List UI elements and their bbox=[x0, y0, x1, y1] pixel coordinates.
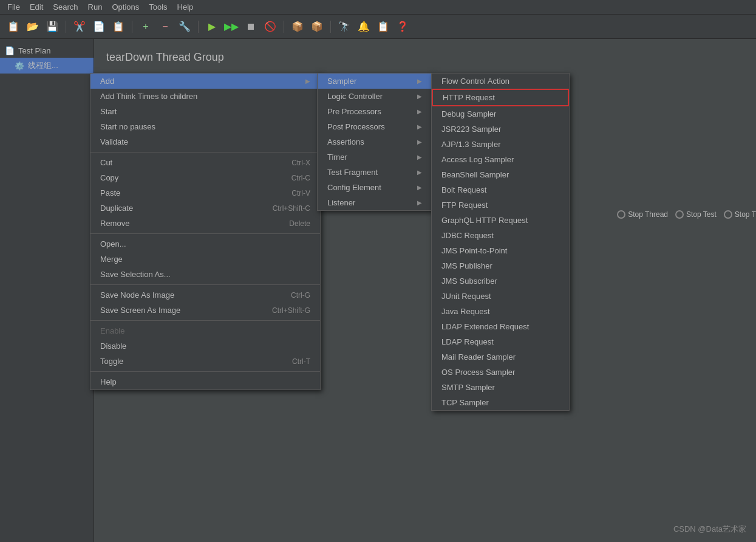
ctx-save-screen-image[interactable]: Save Screen As Image Ctrl+Shift-G bbox=[90, 303, 320, 318]
ctx-open[interactable]: Open... bbox=[90, 236, 320, 252]
toolbar-copy[interactable]: 📄 bbox=[90, 18, 107, 35]
ctx-pre-processors[interactable]: Pre Processors ▶ bbox=[318, 104, 432, 119]
ctx-sep-4 bbox=[90, 320, 320, 321]
ctx-java-request[interactable]: Java Request bbox=[432, 304, 569, 319]
ctx-toggle[interactable]: Toggle Ctrl-T bbox=[90, 354, 320, 369]
toolbar-new[interactable]: 📋 bbox=[5, 18, 22, 35]
ctx-sep-1 bbox=[90, 152, 320, 153]
toolbar-stop[interactable]: ⏹ bbox=[242, 18, 259, 35]
menu-options[interactable]: Options bbox=[107, 1, 144, 13]
ctx-debug-sampler[interactable]: Debug Sampler bbox=[432, 106, 569, 122]
ctx-disable[interactable]: Disable bbox=[90, 338, 320, 354]
ctx-jdbc-request[interactable]: JDBC Request bbox=[432, 228, 569, 243]
toolbar-remove[interactable]: − bbox=[157, 18, 174, 35]
ctx-duplicate[interactable]: Duplicate Ctrl+Shift-C bbox=[90, 201, 320, 216]
tree-thread-group[interactable]: ⚙️ 线程组... bbox=[0, 58, 94, 74]
radio-stop-test[interactable]: Stop Test bbox=[675, 210, 717, 219]
ctx-jsr223-sampler[interactable]: JSR223 Sampler bbox=[432, 122, 569, 137]
menu-search[interactable]: Search bbox=[48, 1, 83, 13]
ctx-debug-sampler-label: Debug Sampler bbox=[441, 109, 496, 118]
ctx-flow-control-action[interactable]: Flow Control Action bbox=[432, 74, 569, 89]
ctx-start[interactable]: Start bbox=[90, 104, 320, 119]
ctx-tcp-sampler[interactable]: TCP Sampler bbox=[432, 395, 569, 410]
ctx-paste[interactable]: Paste Ctrl-V bbox=[90, 185, 320, 201]
ctx-junit-request[interactable]: JUnit Request bbox=[432, 289, 569, 304]
ctx-mail-reader[interactable]: Mail Reader Sampler bbox=[432, 349, 569, 365]
ctx-smtp-sampler[interactable]: SMTP Sampler bbox=[432, 380, 569, 395]
ctx-mail-reader-label: Mail Reader Sampler bbox=[441, 352, 516, 362]
toolbar-search[interactable]: 🔭 bbox=[336, 18, 353, 35]
ctx-os-process[interactable]: OS Process Sampler bbox=[432, 365, 569, 380]
toolbar-run[interactable]: ▶ bbox=[203, 18, 220, 35]
toolbar-remote[interactable]: 📋 bbox=[375, 18, 392, 35]
ctx-merge[interactable]: Merge bbox=[90, 252, 320, 267]
ctx-open-label: Open... bbox=[100, 239, 126, 249]
radio-stop-thread[interactable]: Stop Thread bbox=[617, 210, 668, 219]
ctx-http-request[interactable]: HTTP Request bbox=[432, 89, 569, 106]
ctx-add-think-times[interactable]: Add Think Times to children bbox=[90, 89, 320, 104]
ctx-ldap-extended[interactable]: LDAP Extended Request bbox=[432, 319, 569, 334]
ctx-timer[interactable]: Timer ▶ bbox=[318, 149, 432, 165]
ctx-jms-publisher[interactable]: JMS Publisher bbox=[432, 258, 569, 273]
toolbar-settings[interactable]: 🔧 bbox=[176, 18, 193, 35]
menu-file[interactable]: File bbox=[2, 1, 25, 13]
ctx-save-selection-as[interactable]: Save Selection As... bbox=[90, 267, 320, 282]
ctx-beanshell-sampler[interactable]: BeanShell Sampler bbox=[432, 167, 569, 182]
ctx-jms-subscriber[interactable]: JMS Subscriber bbox=[432, 273, 569, 289]
ctx-graphql-request-label: GraphQL HTTP Request bbox=[441, 216, 528, 225]
ctx-remove[interactable]: Remove Delete bbox=[90, 216, 320, 231]
tree-test-plan[interactable]: 📄 Test Plan bbox=[0, 44, 94, 58]
ctx-listener[interactable]: Listener ▶ bbox=[318, 195, 432, 210]
toolbar-cut[interactable]: ✂️ bbox=[71, 18, 88, 35]
ctx-enable-label: Enable bbox=[100, 326, 124, 335]
toolbar-log[interactable]: 🔔 bbox=[355, 18, 372, 35]
menu-run[interactable]: Run bbox=[83, 1, 107, 13]
ctx-java-request-label: Java Request bbox=[441, 307, 490, 316]
thread-group-icon: ⚙️ bbox=[15, 61, 24, 70]
toolbar-paste[interactable]: 📋 bbox=[110, 18, 127, 35]
ctx-ftp-request[interactable]: FTP Request bbox=[432, 197, 569, 213]
ctx-access-log-sampler[interactable]: Access Log Sampler bbox=[432, 152, 569, 167]
ctx-assertions[interactable]: Assertions ▶ bbox=[318, 134, 432, 149]
ctx-ftp-request-label: FTP Request bbox=[441, 201, 488, 210]
toolbar-open[interactable]: 📂 bbox=[24, 18, 41, 35]
menu-edit[interactable]: Edit bbox=[25, 1, 48, 13]
ctx-jms-p2p[interactable]: JMS Point-to-Point bbox=[432, 243, 569, 258]
ctx-jms-p2p-label: JMS Point-to-Point bbox=[441, 246, 507, 255]
toolbar-sep-2 bbox=[132, 21, 132, 33]
ctx-help[interactable]: Help bbox=[90, 374, 320, 389]
ctx-config-element[interactable]: Config Element ▶ bbox=[318, 180, 432, 195]
ctx-jms-publisher-label: JMS Publisher bbox=[441, 261, 492, 270]
toolbar-run-nodebug[interactable]: ▶▶ bbox=[223, 18, 240, 35]
ctx-ldap-request[interactable]: LDAP Request bbox=[432, 334, 569, 349]
ctx-graphql-request[interactable]: GraphQL HTTP Request bbox=[432, 213, 569, 228]
ctx-test-fragment-label: Test Fragment bbox=[327, 168, 378, 177]
ctx-post-processors[interactable]: Post Processors ▶ bbox=[318, 119, 432, 134]
toolbar-templates[interactable]: 📦 bbox=[289, 18, 306, 35]
ctx-cut[interactable]: Cut Ctrl-X bbox=[90, 155, 320, 170]
ctx-start-no-pauses[interactable]: Start no pauses bbox=[90, 119, 320, 134]
ctx-add[interactable]: Add ▶ bbox=[90, 74, 320, 89]
menu-help[interactable]: Help bbox=[172, 1, 199, 13]
toolbar-question[interactable]: ❓ bbox=[394, 18, 411, 35]
toolbar-help[interactable]: 📦 bbox=[308, 18, 325, 35]
ctx-add-arrow: ▶ bbox=[305, 78, 310, 84]
ctx-ajp-sampler-label: AJP/1.3 Sampler bbox=[441, 140, 501, 149]
ctx-bolt-request[interactable]: Bolt Request bbox=[432, 182, 569, 197]
toolbar-add[interactable]: + bbox=[137, 18, 154, 35]
ctx-assertions-arrow: ▶ bbox=[417, 139, 422, 145]
ctx-sampler[interactable]: Sampler ▶ bbox=[318, 74, 432, 89]
ctx-sampler-arrow: ▶ bbox=[417, 78, 422, 84]
toolbar-save[interactable]: 💾 bbox=[44, 18, 61, 35]
ctx-flow-control-action-label: Flow Control Action bbox=[441, 77, 509, 86]
menu-tools[interactable]: Tools bbox=[144, 1, 172, 13]
radio-stop-t[interactable]: Stop T bbox=[724, 210, 756, 219]
ctx-test-fragment[interactable]: Test Fragment ▶ bbox=[318, 165, 432, 180]
ctx-enable: Enable bbox=[90, 323, 320, 338]
ctx-ajp-sampler[interactable]: AJP/1.3 Sampler bbox=[432, 137, 569, 152]
ctx-copy[interactable]: Copy Ctrl-C bbox=[90, 170, 320, 185]
toolbar-abort[interactable]: 🚫 bbox=[262, 18, 279, 35]
ctx-logic-controller[interactable]: Logic Controller ▶ bbox=[318, 89, 432, 104]
ctx-save-node-image[interactable]: Save Node As Image Ctrl-G bbox=[90, 287, 320, 303]
ctx-validate[interactable]: Validate bbox=[90, 134, 320, 149]
